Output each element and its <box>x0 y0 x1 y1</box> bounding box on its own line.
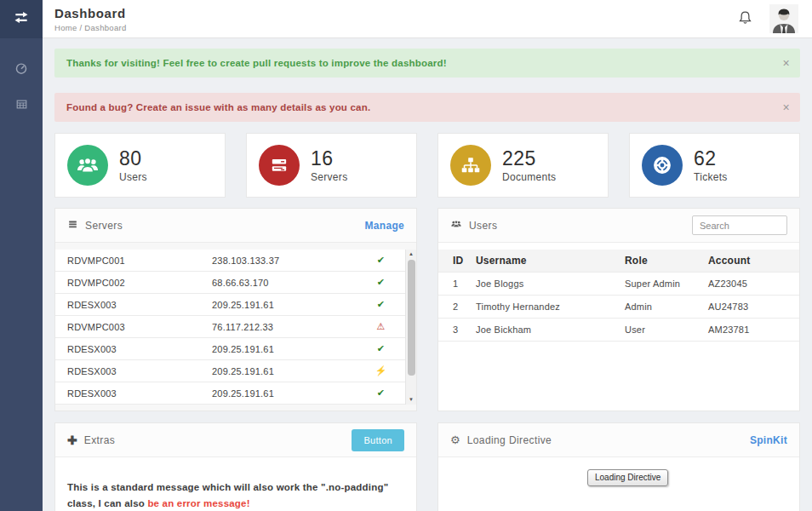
server-name: RDESX003 <box>67 388 212 399</box>
server-row: RDVMPC00268.66.63.170✔ <box>55 272 405 294</box>
alert-danger: Found a bug? Create an issue with as man… <box>54 93 800 122</box>
server-ip: 209.25.191.61 <box>212 300 357 310</box>
scrollbar-thumb[interactable] <box>408 260 415 376</box>
users-panel: Users ID Username Role Account 1Joe Blog… <box>437 208 800 411</box>
search-input[interactable] <box>692 215 787 235</box>
spinkit-link[interactable]: SpinKit <box>750 434 787 446</box>
close-icon[interactable]: × <box>783 100 790 114</box>
server-row: RDESX003209.25.191.61✔ <box>55 338 405 360</box>
stat-text: 16 Servers <box>311 147 347 183</box>
stat-text: 80 Users <box>119 147 147 183</box>
breadcrumb[interactable]: Home / Dashboard <box>54 23 127 32</box>
table-icon <box>15 98 28 114</box>
alert-success-text: Thanks for visiting! Feel free to create… <box>66 58 447 68</box>
server-name: RDESX003 <box>67 344 212 354</box>
user-role: User <box>625 324 708 335</box>
alert-success: Thanks for visiting! Feel free to create… <box>54 49 800 78</box>
loading-panel-title: Loading Directive <box>467 434 552 446</box>
server-status-ok-icon: ✔ <box>357 255 405 266</box>
server-row: RDVMPC001238.103.133.37✔ <box>55 250 405 272</box>
users-panel-body: ID Username Role Account 1Joe BloggsSupe… <box>438 243 799 411</box>
user-row: 1Joe BloggsSuper AdminAZ23045 <box>438 273 799 296</box>
server-row: RDESX003209.25.191.61✔ <box>55 382 405 405</box>
stat-value: 62 <box>694 147 728 170</box>
bottom-panels-row: ✚ Extras Button This is a standard messa… <box>54 422 800 511</box>
server-status-warning-icon: ⚠ <box>357 321 405 332</box>
server-status-ok-icon: ✔ <box>357 299 405 310</box>
stat-card-servers: 16 Servers <box>246 133 417 198</box>
server-icon <box>259 145 300 186</box>
col-header-username: Username <box>476 255 625 267</box>
notifications-button[interactable] <box>736 9 754 31</box>
sidebar-item-dashboard[interactable] <box>0 52 43 88</box>
stat-value: 16 <box>311 147 347 170</box>
extras-panel-title: Extras <box>84 434 115 446</box>
server-status-bolt-icon: ⚡ <box>357 365 405 376</box>
server-status-ok-icon: ✔ <box>357 388 405 399</box>
life-ring-icon <box>642 145 683 186</box>
server-name: RDVMPC003 <box>67 322 212 332</box>
sidebar-logo[interactable] <box>0 0 43 38</box>
server-stack-icon <box>67 218 78 233</box>
server-name: RDESX003 <box>67 300 212 310</box>
manage-link[interactable]: Manage <box>365 220 404 232</box>
server-ip: 209.25.191.61 <box>212 344 357 354</box>
sidebar <box>0 0 43 511</box>
server-status-ok-icon: ✔ <box>357 277 405 288</box>
users-table: ID Username Role Account 1Joe BloggsSupe… <box>438 250 799 342</box>
servers-panel-title: Servers <box>85 220 123 232</box>
user-id: 3 <box>453 324 476 335</box>
users-panel-title: Users <box>469 220 497 232</box>
users-panel-header: Users <box>438 209 799 243</box>
sidebar-item-tables[interactable] <box>0 88 43 123</box>
server-ip: 76.117.212.33 <box>212 322 357 332</box>
middle-panels-row: Servers Manage RDVMPC001238.103.133.37✔R… <box>54 208 800 411</box>
servers-panel-body: RDVMPC001238.103.133.37✔RDVMPC00268.66.6… <box>55 243 416 411</box>
server-ip: 68.66.63.170 <box>212 278 357 288</box>
server-row: RDVMPC00376.117.212.33⚠ <box>55 316 405 338</box>
servers-table: RDVMPC001238.103.133.37✔RDVMPC00268.66.6… <box>55 250 405 405</box>
extras-panel: ✚ Extras Button This is a standard messa… <box>54 422 417 511</box>
user-id: 2 <box>453 301 476 312</box>
page-title: Dashboard <box>54 6 126 20</box>
server-name: RDVMPC001 <box>67 256 212 266</box>
loading-panel-header: ⚙ Loading Directive SpinKit <box>438 423 799 457</box>
col-header-id: ID <box>453 255 476 267</box>
exchange-icon <box>13 11 30 27</box>
user-account: AM23781 <box>708 324 799 335</box>
servers-panel-header: Servers Manage <box>55 209 416 243</box>
scroll-up-icon[interactable]: ▲ <box>406 250 416 259</box>
stat-card-documents: 225 Documents <box>437 133 609 198</box>
stat-text: 225 Documents <box>502 147 556 183</box>
col-header-role: Role <box>625 255 708 267</box>
user-row: 3Joe BickhamUserAM23781 <box>438 319 799 342</box>
sitemap-icon <box>450 145 491 186</box>
servers-scrollbar[interactable]: ▲ ▼ <box>405 250 416 405</box>
main-content: Thanks for visiting! Feel free to create… <box>43 38 812 511</box>
users-table-header: ID Username Role Account <box>438 250 799 273</box>
stat-value: 225 <box>502 147 556 170</box>
user-avatar[interactable] <box>769 4 798 33</box>
gear-icon: ⚙ <box>450 433 460 446</box>
user-account: AZ23045 <box>708 278 799 289</box>
stat-cards-row: 80 Users 16 <box>54 133 800 198</box>
stat-label: Tickets <box>694 171 728 183</box>
loading-directive-panel: ⚙ Loading Directive SpinKit Loading Dire… <box>437 422 800 511</box>
bell-icon <box>736 15 754 30</box>
close-icon[interactable]: × <box>783 56 790 70</box>
stat-value: 80 <box>119 147 147 170</box>
stat-label: Documents <box>502 171 556 183</box>
plus-icon: ✚ <box>67 433 77 447</box>
server-row: RDESX003209.25.191.61✔ <box>55 294 405 316</box>
server-ip: 238.103.133.37 <box>212 256 357 266</box>
user-role: Super Admin <box>625 278 708 289</box>
user-role: Admin <box>625 301 708 312</box>
user-username: Timothy Hernandez <box>476 301 625 312</box>
user-username: Joe Bickham <box>476 324 625 335</box>
scroll-down-icon[interactable]: ▼ <box>406 395 416 405</box>
stat-card-users: 80 Users <box>54 133 226 198</box>
extras-button[interactable]: Button <box>352 429 404 451</box>
server-ip: 209.25.191.61 <box>212 366 357 376</box>
loading-tooltip: Loading Directive <box>587 469 668 486</box>
top-header: Dashboard Home / Dashboard <box>43 0 812 38</box>
